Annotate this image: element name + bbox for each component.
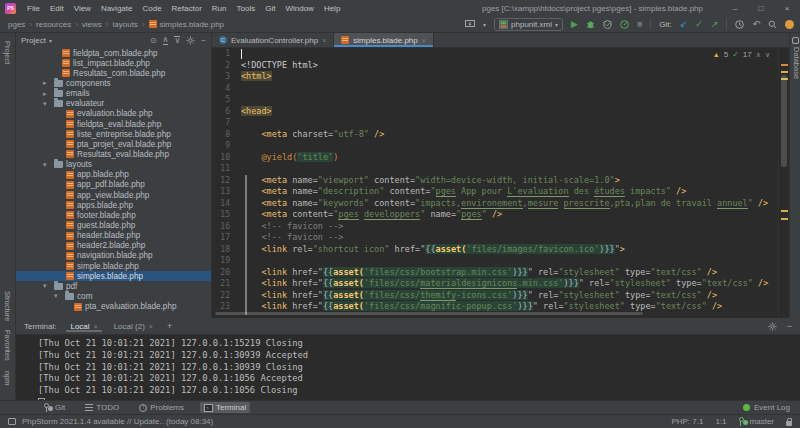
code-line[interactable]: 8 <meta charset="utf-8" /> <box>212 129 778 141</box>
breadcrumb-item[interactable]: simples.blade.php <box>149 20 224 29</box>
stop-button[interactable]: ■ <box>637 20 642 29</box>
terminal-output[interactable]: [Thu Oct 21 10:01:21 2021] 127.0.0.1:152… <box>16 335 800 408</box>
tree-item[interactable]: guest.blade.php <box>16 220 211 230</box>
git-push-button[interactable]: ↗ <box>711 20 719 29</box>
code-line[interactable]: 7 <box>212 117 778 129</box>
tree-item[interactable]: liste_entreprise.blade.php <box>16 129 211 139</box>
editor-tab[interactable]: CEvaluationController.php× <box>212 33 334 47</box>
tree-item[interactable]: ▾layouts <box>16 160 211 170</box>
tool-window-switcher-icon[interactable] <box>8 418 16 425</box>
terminal-tab[interactable]: Local (2)× <box>110 321 157 332</box>
chevron-down-icon[interactable]: ▾ <box>483 21 486 28</box>
code-line[interactable]: 4 <box>212 83 778 95</box>
tree-item[interactable]: ▸components <box>16 78 211 88</box>
tool-window-git[interactable]: Git <box>40 402 69 413</box>
tree-item[interactable]: footer.blade.php <box>16 210 211 220</box>
code-line[interactable]: 1 <box>212 48 778 60</box>
hide-panel-icon[interactable]: − <box>201 37 206 45</box>
menu-view[interactable]: View <box>69 4 96 13</box>
tree-item[interactable]: ▾pdf <box>16 281 211 291</box>
profiler-button[interactable] <box>620 20 629 29</box>
git-branch-widget[interactable]: master <box>739 417 774 426</box>
code-line[interactable]: 21 <link href="{{asset('files/css/materi… <box>212 278 778 290</box>
chevron-right-icon[interactable]: ▸ <box>43 79 51 87</box>
tool-strip-npm[interactable]: npm <box>3 371 12 386</box>
menu-file[interactable]: File <box>22 4 45 13</box>
menu-run[interactable]: Run <box>207 4 232 13</box>
code-line[interactable]: 9 <box>212 140 778 152</box>
device-sync-icon[interactable] <box>465 20 475 29</box>
code-line[interactable]: 23 <link href="{{asset('files/css/magnif… <box>212 301 778 313</box>
tool-strip-favorites[interactable]: Favorites <box>3 330 12 361</box>
tool-strip-structure[interactable]: Structure <box>3 291 12 321</box>
code-line[interactable]: 11 <box>212 163 778 175</box>
tree-item[interactable]: ▾com <box>16 291 211 301</box>
chevron-right-icon[interactable]: ▸ <box>43 90 51 98</box>
event-log-button[interactable]: Event Log <box>743 403 800 412</box>
editor-tab[interactable]: simples.blade.php× <box>334 33 434 47</box>
tree-item[interactable]: header.blade.php <box>16 231 211 241</box>
tree-item[interactable]: Resultats_eval.blade.php <box>16 149 211 159</box>
run-button[interactable]: ▶ <box>571 20 578 29</box>
debug-button[interactable] <box>586 20 595 29</box>
close-tab-icon[interactable]: × <box>322 37 326 44</box>
tree-item[interactable]: navigation.blade.php <box>16 251 211 261</box>
horizontal-scrollbar[interactable] <box>215 312 643 315</box>
tree-item[interactable]: ▸emails <box>16 89 211 99</box>
menu-window[interactable]: Window <box>280 4 318 13</box>
chevron-down-icon[interactable]: ▾ <box>43 161 51 169</box>
tool-window-todo[interactable]: TODO <box>81 402 123 413</box>
undo-icon[interactable]: ↶ <box>752 20 760 29</box>
git-commit-button[interactable]: ✓ <box>695 20 703 29</box>
code-line[interactable]: 6<head> <box>212 106 778 118</box>
code-line[interactable]: 10 @yield('title') <box>212 152 778 164</box>
tree-item[interactable]: pta_projet_eval.blade.php <box>16 139 211 149</box>
code-line[interactable]: 15 <meta content="pges developpers" name… <box>212 209 778 221</box>
caret-position-widget[interactable]: 1:1 <box>715 417 726 426</box>
close-tab-icon[interactable]: × <box>422 37 426 44</box>
tree-item[interactable]: simple.blade.php <box>16 261 211 271</box>
gear-icon[interactable] <box>768 322 777 331</box>
tool-window-problems[interactable]: Problems <box>135 402 188 413</box>
breadcrumb-item[interactable]: layouts <box>113 20 138 29</box>
profile-avatar[interactable] <box>785 20 794 29</box>
chevron-down-icon[interactable]: ▾ <box>43 282 51 290</box>
code-line[interactable]: 3<html> <box>212 71 778 83</box>
code-line[interactable]: 19 <box>212 255 778 267</box>
breadcrumb-item[interactable]: views <box>82 20 102 29</box>
code-line[interactable]: 22 <link href="{{asset('files/css/themif… <box>212 290 778 302</box>
tree-item[interactable]: evaluation.blade.php <box>16 109 211 119</box>
status-message[interactable]: PhpStorm 2021.1.4 available // Update.. … <box>22 417 213 426</box>
code-line[interactable]: 17 <!-- favicon --> <box>212 232 778 244</box>
project-panel-title[interactable]: Project <box>21 36 46 45</box>
breadcrumb-item[interactable]: pges <box>8 20 25 29</box>
menu-code[interactable]: Code <box>137 4 166 13</box>
menu-git[interactable]: Git <box>260 4 280 13</box>
tool-strip-database[interactable]: Database <box>792 47 800 79</box>
lock-icon[interactable] <box>786 421 792 426</box>
next-issue-icon[interactable]: ∨ <box>765 51 770 59</box>
expand-all-icon[interactable]: ∧ <box>163 36 169 45</box>
close-tab-icon[interactable]: × <box>149 323 153 330</box>
minimize-panel-icon[interactable]: − <box>787 322 792 331</box>
history-clock-icon[interactable] <box>735 20 744 29</box>
tree-item[interactable]: header2.blade.php <box>16 241 211 251</box>
chevron-down-icon[interactable]: ▾ <box>43 100 51 108</box>
menu-navigate[interactable]: Navigate <box>96 4 138 13</box>
new-terminal-tab-icon[interactable]: + <box>167 322 172 331</box>
code-editor[interactable]: 12<!DOCTYPE html>3<html>456<head>78 <met… <box>212 48 778 318</box>
scrollbar-thumb[interactable] <box>781 75 787 167</box>
code-line[interactable]: 18 <link rel="shortcut icon" href="{{ass… <box>212 244 778 256</box>
search-icon[interactable] <box>768 20 777 29</box>
tree-item[interactable]: apps.blade.php <box>16 200 211 210</box>
chevron-down-icon[interactable]: ▾ <box>49 37 52 44</box>
code-line[interactable]: 12 <meta name="viewport" content="width=… <box>212 175 778 187</box>
prev-issue-icon[interactable]: ∧ <box>756 51 761 59</box>
tool-window-terminal[interactable]: Terminal <box>200 402 250 413</box>
terminal-tab[interactable]: Local× <box>66 321 101 332</box>
tree-item[interactable]: fieldpta_com.blade.php <box>16 48 211 58</box>
locate-file-icon[interactable]: ⊙ <box>150 37 157 45</box>
git-update-button[interactable]: ↙ <box>680 20 688 29</box>
collapse-all-icon[interactable]: ∨ <box>174 36 180 45</box>
tree-item[interactable]: ▾evaluateur <box>16 99 211 109</box>
